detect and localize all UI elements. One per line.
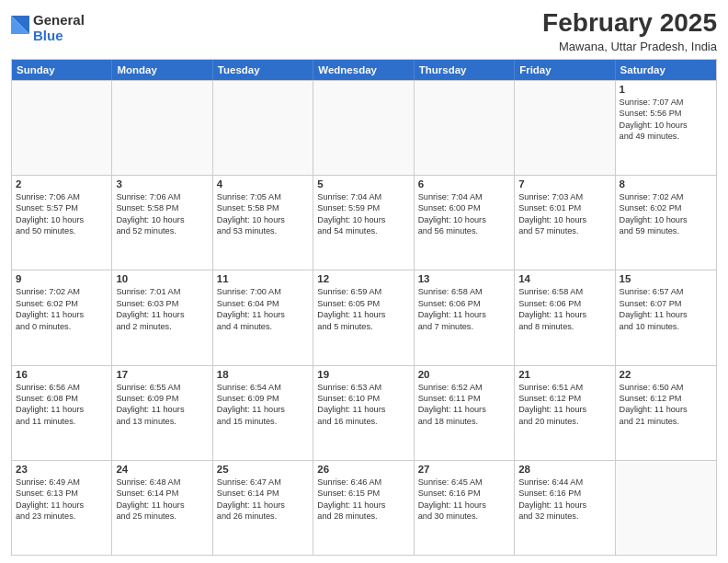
calendar-row: 1Sunrise: 7:07 AM Sunset: 5:56 PM Daylig…: [12, 80, 716, 175]
calendar-cell: 15Sunrise: 6:57 AM Sunset: 6:07 PM Dayli…: [616, 270, 716, 364]
day-info: Sunrise: 6:49 AM Sunset: 6:13 PM Dayligh…: [16, 477, 108, 523]
day-info: Sunrise: 7:00 AM Sunset: 6:04 PM Dayligh…: [217, 286, 309, 332]
calendar-cell: 16Sunrise: 6:56 AM Sunset: 6:08 PM Dayli…: [12, 366, 112, 460]
day-number: 23: [16, 464, 108, 475]
day-info: Sunrise: 6:47 AM Sunset: 6:14 PM Dayligh…: [217, 477, 309, 523]
calendar-cell: 4Sunrise: 7:05 AM Sunset: 5:58 PM Daylig…: [213, 176, 313, 270]
weekday-header: Friday: [515, 60, 615, 80]
day-number: 13: [418, 273, 510, 284]
day-info: Sunrise: 6:46 AM Sunset: 6:15 PM Dayligh…: [317, 477, 409, 523]
weekday-header: Wednesday: [313, 60, 414, 80]
day-number: 2: [16, 178, 108, 190]
day-number: 14: [518, 273, 610, 284]
calendar-cell: 10Sunrise: 7:01 AM Sunset: 6:03 PM Dayli…: [112, 270, 212, 364]
logo: General Blue: [11, 13, 85, 43]
day-number: 22: [620, 369, 712, 380]
day-info: Sunrise: 7:02 AM Sunset: 6:02 PM Dayligh…: [620, 191, 712, 237]
weekday-header: Thursday: [415, 60, 515, 80]
calendar-cell: 26Sunrise: 6:46 AM Sunset: 6:15 PM Dayli…: [313, 461, 414, 555]
weekday-header: Saturday: [616, 60, 716, 80]
calendar-cell: [112, 81, 212, 175]
calendar-row: 2Sunrise: 7:06 AM Sunset: 5:57 PM Daylig…: [12, 175, 716, 270]
calendar-cell: 8Sunrise: 7:02 AM Sunset: 6:02 PM Daylig…: [616, 176, 716, 270]
logo-text: General Blue: [33, 13, 85, 43]
calendar-cell: 23Sunrise: 6:49 AM Sunset: 6:13 PM Dayli…: [12, 461, 112, 555]
calendar-cell: 25Sunrise: 6:47 AM Sunset: 6:14 PM Dayli…: [213, 461, 313, 555]
calendar-cell: [313, 81, 414, 175]
day-number: 15: [620, 273, 712, 284]
calendar-cell: [12, 81, 112, 175]
day-info: Sunrise: 6:45 AM Sunset: 6:16 PM Dayligh…: [418, 477, 510, 523]
day-number: 3: [116, 178, 208, 190]
weekday-header: Sunday: [12, 60, 112, 80]
day-number: 1: [620, 84, 712, 95]
day-info: Sunrise: 6:57 AM Sunset: 6:07 PM Dayligh…: [620, 286, 712, 332]
day-info: Sunrise: 7:06 AM Sunset: 5:57 PM Dayligh…: [16, 191, 108, 237]
day-number: 6: [418, 178, 510, 190]
calendar-cell: [213, 81, 313, 175]
calendar-row: 9Sunrise: 7:02 AM Sunset: 6:02 PM Daylig…: [12, 270, 716, 364]
calendar-cell: [415, 81, 515, 175]
calendar-cell: 3Sunrise: 7:06 AM Sunset: 5:58 PM Daylig…: [112, 176, 212, 270]
day-number: 20: [418, 369, 510, 380]
calendar-cell: 6Sunrise: 7:04 AM Sunset: 6:00 PM Daylig…: [415, 176, 515, 270]
calendar-cell: [616, 461, 716, 555]
title-block: February 2025 Mawana, Uttar Pradesh, Ind…: [542, 9, 717, 53]
calendar-cell: 14Sunrise: 6:58 AM Sunset: 6:06 PM Dayli…: [515, 270, 615, 364]
day-info: Sunrise: 6:58 AM Sunset: 6:06 PM Dayligh…: [518, 286, 610, 332]
calendar-cell: 24Sunrise: 6:48 AM Sunset: 6:14 PM Dayli…: [112, 461, 212, 555]
day-info: Sunrise: 7:04 AM Sunset: 6:00 PM Dayligh…: [418, 191, 510, 237]
calendar: SundayMondayTuesdayWednesdayThursdayFrid…: [11, 59, 717, 556]
day-info: Sunrise: 6:52 AM Sunset: 6:11 PM Dayligh…: [418, 382, 510, 428]
logo-triangle-icon: [11, 16, 29, 41]
day-info: Sunrise: 6:59 AM Sunset: 6:05 PM Dayligh…: [317, 286, 409, 332]
page: General Blue February 2025 Mawana, Uttar…: [0, 0, 728, 563]
calendar-cell: 21Sunrise: 6:51 AM Sunset: 6:12 PM Dayli…: [515, 366, 615, 460]
logo-blue: Blue: [33, 29, 85, 44]
day-number: 16: [16, 369, 108, 380]
calendar-cell: 18Sunrise: 6:54 AM Sunset: 6:09 PM Dayli…: [213, 366, 313, 460]
calendar-cell: 20Sunrise: 6:52 AM Sunset: 6:11 PM Dayli…: [415, 366, 515, 460]
calendar-cell: 28Sunrise: 6:44 AM Sunset: 6:16 PM Dayli…: [515, 461, 615, 555]
header: General Blue February 2025 Mawana, Uttar…: [11, 9, 717, 53]
calendar-cell: 17Sunrise: 6:55 AM Sunset: 6:09 PM Dayli…: [112, 366, 212, 460]
day-info: Sunrise: 6:54 AM Sunset: 6:09 PM Dayligh…: [217, 382, 309, 428]
day-number: 4: [217, 178, 309, 190]
day-number: 24: [116, 464, 208, 475]
day-number: 7: [518, 178, 610, 190]
month-title: February 2025: [542, 9, 717, 38]
day-info: Sunrise: 6:58 AM Sunset: 6:06 PM Dayligh…: [418, 286, 510, 332]
calendar-cell: 12Sunrise: 6:59 AM Sunset: 6:05 PM Dayli…: [313, 270, 414, 364]
day-number: 19: [317, 369, 409, 380]
weekday-header: Monday: [112, 60, 212, 80]
day-info: Sunrise: 6:56 AM Sunset: 6:08 PM Dayligh…: [16, 382, 108, 428]
calendar-cell: 1Sunrise: 7:07 AM Sunset: 5:56 PM Daylig…: [616, 81, 716, 175]
calendar-cell: 22Sunrise: 6:50 AM Sunset: 6:12 PM Dayli…: [616, 366, 716, 460]
day-info: Sunrise: 7:04 AM Sunset: 5:59 PM Dayligh…: [317, 191, 409, 237]
calendar-cell: 7Sunrise: 7:03 AM Sunset: 6:01 PM Daylig…: [515, 176, 615, 270]
logo-general: General: [33, 13, 85, 29]
day-number: 10: [116, 273, 208, 284]
calendar-body: 1Sunrise: 7:07 AM Sunset: 5:56 PM Daylig…: [12, 80, 716, 555]
day-info: Sunrise: 6:44 AM Sunset: 6:16 PM Dayligh…: [518, 477, 610, 523]
day-number: 21: [518, 369, 610, 380]
weekday-header: Tuesday: [213, 60, 313, 80]
calendar-cell: 19Sunrise: 6:53 AM Sunset: 6:10 PM Dayli…: [313, 366, 414, 460]
day-info: Sunrise: 6:48 AM Sunset: 6:14 PM Dayligh…: [116, 477, 208, 523]
day-info: Sunrise: 6:53 AM Sunset: 6:10 PM Dayligh…: [317, 382, 409, 428]
day-number: 26: [317, 464, 409, 475]
day-info: Sunrise: 7:06 AM Sunset: 5:58 PM Dayligh…: [116, 191, 208, 237]
calendar-cell: 5Sunrise: 7:04 AM Sunset: 5:59 PM Daylig…: [313, 176, 414, 270]
day-info: Sunrise: 7:05 AM Sunset: 5:58 PM Dayligh…: [217, 191, 309, 237]
calendar-row: 23Sunrise: 6:49 AM Sunset: 6:13 PM Dayli…: [12, 460, 716, 555]
calendar-cell: 9Sunrise: 7:02 AM Sunset: 6:02 PM Daylig…: [12, 270, 112, 364]
day-info: Sunrise: 7:07 AM Sunset: 5:56 PM Dayligh…: [620, 97, 712, 143]
day-number: 17: [116, 369, 208, 380]
day-info: Sunrise: 6:50 AM Sunset: 6:12 PM Dayligh…: [620, 382, 712, 428]
day-number: 25: [217, 464, 309, 475]
calendar-header: SundayMondayTuesdayWednesdayThursdayFrid…: [12, 60, 716, 80]
day-number: 11: [217, 273, 309, 284]
calendar-row: 16Sunrise: 6:56 AM Sunset: 6:08 PM Dayli…: [12, 365, 716, 460]
calendar-cell: 11Sunrise: 7:00 AM Sunset: 6:04 PM Dayli…: [213, 270, 313, 364]
calendar-cell: 13Sunrise: 6:58 AM Sunset: 6:06 PM Dayli…: [415, 270, 515, 364]
